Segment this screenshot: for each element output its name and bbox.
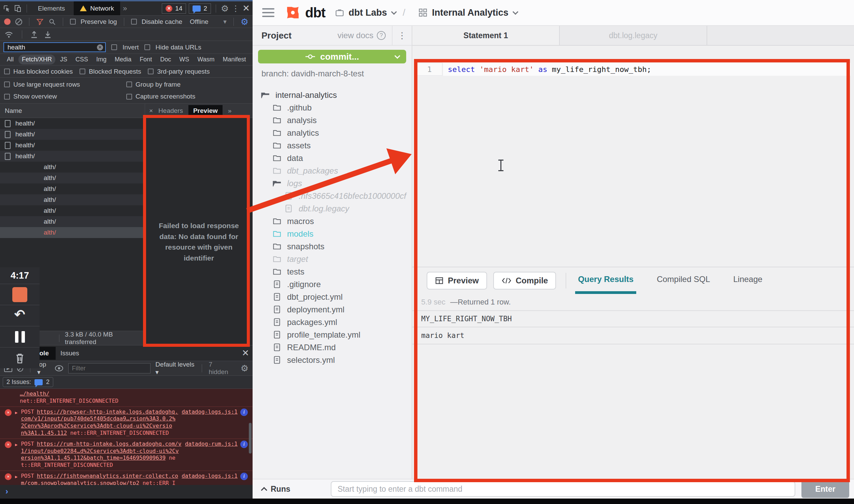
- tree-file[interactable]: .gitignore: [253, 278, 412, 291]
- type-filter-wasm[interactable]: Wasm: [194, 55, 218, 64]
- info-icon[interactable]: i: [240, 409, 248, 416]
- capture-screenshots-checkbox[interactable]: [126, 94, 132, 100]
- request-row[interactable]: health/: [0, 129, 145, 140]
- hide-data-urls-checkbox[interactable]: [144, 44, 150, 50]
- type-filter-fetchxhr[interactable]: Fetch/XHR: [18, 55, 55, 64]
- type-filter-img[interactable]: Img: [93, 55, 110, 64]
- network-filter-input[interactable]: [4, 44, 105, 51]
- settings-gear-icon[interactable]: ⚙: [221, 4, 229, 13]
- tab-issues[interactable]: Issues: [60, 350, 79, 357]
- dbt-logo[interactable]: dbt: [284, 4, 325, 21]
- dbt-command-input[interactable]: [331, 481, 795, 497]
- tree-file[interactable]: packages.yml: [253, 316, 412, 328]
- tab-dbt-log-legacy[interactable]: dbt.log.legacy: [560, 26, 707, 45]
- tab-network[interactable]: Network: [74, 1, 120, 15]
- more-tabs-icon[interactable]: »: [123, 4, 127, 13]
- close-console-icon[interactable]: ✕: [242, 348, 249, 358]
- console-prompt[interactable]: ›: [0, 485, 253, 498]
- info-icon[interactable]: i: [240, 473, 248, 480]
- tab-headers[interactable]: Headers: [158, 107, 183, 115]
- tab-elements[interactable]: Elements: [32, 2, 71, 15]
- more-response-tabs-icon[interactable]: »: [228, 107, 232, 115]
- request-row[interactable]: health/: [0, 118, 145, 129]
- chevron-down-icon[interactable]: [395, 53, 400, 59]
- runs-toggle[interactable]: Runs: [257, 485, 331, 494]
- expand-icon[interactable]: ▶: [15, 442, 17, 469]
- tree-folder[interactable]: dbt_packages: [253, 164, 412, 177]
- view-docs-link[interactable]: view docs?: [338, 31, 386, 40]
- import-har-icon[interactable]: [30, 30, 38, 39]
- commit-button[interactable]: commit...: [258, 50, 406, 63]
- error-count-badge[interactable]: ✕14: [162, 3, 186, 14]
- request-row[interactable]: health/: [0, 151, 145, 162]
- clear-filter-icon[interactable]: ✕: [97, 44, 103, 50]
- pause-recording-icon[interactable]: [15, 331, 25, 343]
- tree-file[interactable]: selectors.yml: [253, 354, 412, 366]
- search-icon[interactable]: [48, 18, 56, 26]
- issues-chip[interactable]: 2 Issues: 2: [3, 377, 53, 387]
- inspect-element-icon[interactable]: [3, 4, 11, 13]
- tree-file[interactable]: .nfs3665c416bfecb1000000cf: [253, 190, 412, 202]
- tree-file[interactable]: dbt_project.yml: [253, 291, 412, 303]
- type-filter-all[interactable]: All: [3, 55, 17, 64]
- tree-file[interactable]: README.md: [253, 341, 412, 354]
- console-filter-input[interactable]: [69, 365, 151, 372]
- error-url-link[interactable]: …/health/: [20, 390, 49, 397]
- type-filter-css[interactable]: CSS: [72, 55, 91, 64]
- tree-folder-root[interactable]: internal-analytics: [253, 89, 412, 101]
- project-switcher[interactable]: Internal Analytics: [418, 8, 516, 18]
- request-row[interactable]: alth/: [0, 162, 145, 173]
- eye-icon[interactable]: [55, 365, 63, 372]
- tree-folder[interactable]: assets: [253, 139, 412, 152]
- tree-folder[interactable]: .github: [253, 101, 412, 114]
- throttling-dropdown-icon[interactable]: ▾: [223, 18, 227, 26]
- group-by-frame-checkbox[interactable]: [126, 81, 132, 87]
- invert-checkbox[interactable]: [111, 44, 117, 50]
- type-filter-ws[interactable]: WS: [176, 55, 193, 64]
- expand-icon[interactable]: ▶: [15, 410, 17, 437]
- has-blocked-cookies-checkbox[interactable]: [4, 69, 10, 74]
- type-filter-manifest[interactable]: Manifest: [219, 55, 250, 64]
- request-row[interactable]: alth/: [0, 216, 145, 227]
- preserve-log-checkbox[interactable]: [70, 19, 76, 25]
- enter-button[interactable]: Enter: [801, 480, 849, 498]
- export-har-icon[interactable]: [44, 30, 52, 39]
- name-column-header[interactable]: Name: [5, 107, 22, 115]
- tree-folder[interactable]: macros: [253, 215, 412, 227]
- tree-folder[interactable]: tests: [253, 265, 412, 278]
- expand-icon[interactable]: ▶: [15, 474, 17, 485]
- device-toolbar-icon[interactable]: [14, 4, 22, 13]
- console-settings-gear-icon[interactable]: ⚙: [241, 364, 248, 373]
- request-row[interactable]: alth/: [0, 173, 145, 183]
- tab-statement-1[interactable]: Statement 1: [412, 26, 560, 45]
- stop-recording-button[interactable]: [12, 287, 27, 302]
- tree-folder[interactable]: target: [253, 253, 412, 265]
- type-filter-js[interactable]: JS: [57, 55, 71, 64]
- show-overview-checkbox[interactable]: [4, 94, 10, 100]
- tree-file[interactable]: profile_template.yml: [253, 328, 412, 341]
- error-url-link[interactable]: https://rum-http-intake.logs.datadoghq.c…: [21, 441, 181, 461]
- hamburger-menu-icon[interactable]: [262, 8, 274, 17]
- filter-funnel-icon[interactable]: [36, 18, 44, 26]
- console-levels-select[interactable]: Default levels ▾: [155, 361, 195, 376]
- console-scrollbar-thumb[interactable]: [249, 423, 252, 454]
- error-source-link[interactable]: datadog-rum.js:1: [185, 441, 238, 448]
- request-row[interactable]: health/: [0, 140, 145, 151]
- record-network-log-icon[interactable]: [4, 18, 11, 25]
- network-conditions-gear-icon[interactable]: ⚙: [241, 17, 248, 26]
- tree-file[interactable]: dbt.log.legacy: [253, 202, 412, 215]
- request-row[interactable]: alth/: [0, 194, 145, 205]
- tree-folder[interactable]: analytics: [253, 127, 412, 139]
- request-row[interactable]: alth/: [0, 205, 145, 216]
- type-filter-font[interactable]: Font: [136, 55, 155, 64]
- request-row-selected-failed[interactable]: alth/: [0, 227, 145, 238]
- tree-folder-open[interactable]: logs: [253, 177, 412, 190]
- tree-folder[interactable]: data: [253, 152, 412, 164]
- tree-folder-models[interactable]: models: [253, 227, 412, 240]
- type-filter-media[interactable]: Media: [111, 55, 135, 64]
- disable-cache-checkbox[interactable]: [131, 19, 137, 25]
- close-devtools-icon[interactable]: ✕: [242, 3, 250, 14]
- tree-file[interactable]: deployment.yml: [253, 303, 412, 316]
- info-icon[interactable]: i: [240, 441, 248, 448]
- third-party-requests-checkbox[interactable]: [148, 69, 154, 74]
